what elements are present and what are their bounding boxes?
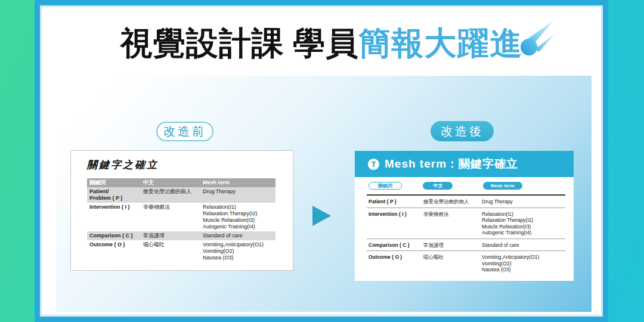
comet-icon bbox=[514, 18, 557, 61]
page-title-blue: 簡報大躍進 bbox=[358, 26, 522, 61]
table-row: Outcome ( O )噁心嘔吐Vomiting,Anticipatory(O… bbox=[87, 240, 275, 262]
table-cell: Outcome ( O ) bbox=[87, 240, 141, 262]
mesh-term-badge-icon: T bbox=[368, 159, 379, 170]
table-cell: 常規護理 bbox=[423, 242, 482, 249]
table-cell: Relaxation(I1)Relaxation Therapy(I2)Musc… bbox=[482, 211, 565, 236]
slide-background: 視覺設計課 學員簡報大躍進 改造前 改造後 關鍵字之確立 關鍵詞 bbox=[0, 0, 644, 322]
after-label: 改造後 bbox=[431, 121, 494, 141]
content-card: 視覺設計課 學員簡報大躍進 改造前 改造後 關鍵字之確立 關鍵詞 bbox=[35, 0, 608, 322]
table-cell: Drug Therapy bbox=[482, 199, 565, 205]
table-cell: 接受化學治療的病人 bbox=[141, 187, 200, 203]
pill-mesh: Mesh term bbox=[483, 182, 522, 190]
pill-zh: 中文 bbox=[423, 182, 453, 190]
before-header-term: 關鍵詞 bbox=[87, 178, 141, 187]
table-cell: 接受化學治療的病人 bbox=[423, 199, 482, 205]
before-table-body: Patient/Problem ( P )接受化學治療的病人Drug Thera… bbox=[87, 187, 275, 262]
table-cell: Comparison ( C ) bbox=[87, 231, 141, 240]
pill-term: 關鍵詞 bbox=[369, 182, 402, 190]
after-table-body: Patient ( P )接受化學治療的病人Drug TherapyInterv… bbox=[367, 196, 565, 275]
table-cell: Standard of care bbox=[482, 242, 565, 249]
table-cell: Intervention ( I ) bbox=[87, 203, 141, 231]
before-table: 關鍵詞 中文 Mesh term Patient/Problem ( P )接受… bbox=[87, 178, 275, 262]
before-header-mesh: Mesh term bbox=[200, 178, 275, 187]
table-cell: 非藥物療法 bbox=[423, 211, 482, 236]
transform-arrow-icon bbox=[312, 206, 331, 226]
table-cell: Relaxation(I1)Relaxation Therapy(I2)Musc… bbox=[200, 203, 275, 231]
table-cell: Outcome ( O ) bbox=[367, 254, 423, 273]
table-cell: Patient/Problem ( P ) bbox=[87, 187, 141, 203]
after-table: 關鍵詞 中文 Mesh term Patient ( P )接受化學治療的病人D… bbox=[355, 177, 574, 281]
before-label: 改造前 bbox=[156, 122, 213, 141]
after-slide-header-title: Mesh term：關鍵字確立 bbox=[385, 156, 518, 172]
table-cell: 噁心嘔吐 bbox=[141, 240, 200, 262]
table-cell: 常規護理 bbox=[141, 231, 200, 240]
table-cell: 非藥物療法 bbox=[141, 203, 200, 231]
table-cell: Patient ( P ) bbox=[367, 199, 423, 205]
table-row: Patient ( P )接受化學治療的病人Drug Therapy bbox=[367, 196, 565, 208]
table-cell: Drug Therapy bbox=[200, 187, 275, 203]
table-cell: Standard of care bbox=[200, 231, 275, 240]
table-cell: 噁心嘔吐 bbox=[423, 254, 482, 273]
before-slide-title: 關鍵字之確立 bbox=[87, 158, 159, 172]
table-row: Outcome ( O )噁心嘔吐Vomiting,Anticipatory(O… bbox=[367, 251, 565, 275]
before-header-zh: 中文 bbox=[141, 178, 200, 187]
table-row: Comparison ( C )常規護理Standard of care bbox=[367, 239, 565, 252]
table-cell: Vomiting,Anticipatory(O1)Vomiting(O2)Nau… bbox=[200, 240, 275, 262]
table-row: Patient/Problem ( P )接受化學治療的病人Drug Thera… bbox=[87, 187, 275, 203]
after-slide-header: T Mesh term：關鍵字確立 bbox=[355, 151, 574, 177]
table-row: Intervention ( I )非藥物療法Relaxation(I1)Rel… bbox=[367, 208, 565, 239]
page-title-black: 視覺設計課 學員 bbox=[120, 26, 359, 61]
table-row: Intervention ( I )非藥物療法Relaxation(I1)Rel… bbox=[87, 203, 275, 231]
table-cell: Vomiting,Anticipatory(O1)Vomiting(O2)Nau… bbox=[482, 254, 565, 273]
after-table-pills: 關鍵詞 中文 Mesh term bbox=[367, 182, 565, 193]
table-cell: Comparison ( C ) bbox=[367, 242, 423, 249]
table-row: Comparison ( C )常規護理Standard of care bbox=[87, 231, 275, 240]
before-slide-thumbnail: 關鍵字之確立 關鍵詞 中文 Mesh term Patient/Problem … bbox=[70, 150, 293, 271]
table-cell: Intervention ( I ) bbox=[367, 211, 423, 236]
before-table-header: 關鍵詞 中文 Mesh term bbox=[87, 178, 275, 187]
